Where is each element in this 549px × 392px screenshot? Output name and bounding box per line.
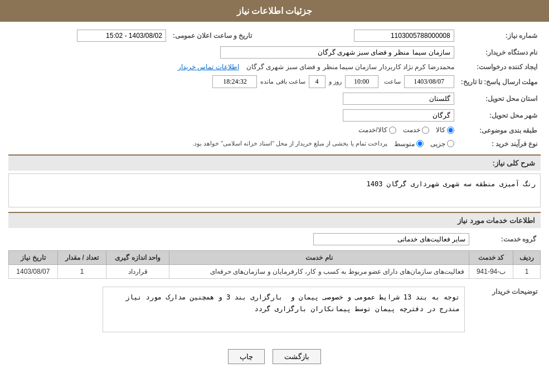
- cell-qty: 1: [57, 264, 106, 278]
- process-label: نوع فرآیند خرید :: [458, 138, 541, 150]
- cell-unit: قرارداد: [106, 264, 169, 278]
- page-header: جزئیات اطلاعات نیاز: [0, 0, 549, 22]
- time-input: [345, 75, 378, 88]
- buyer-notes-textarea[interactable]: [103, 287, 465, 333]
- process-radio-group: جزیی متوسط: [394, 140, 454, 148]
- back-button[interactable]: بازگشت: [273, 349, 321, 364]
- col-row: ردیف: [513, 250, 541, 264]
- cell-row: 1: [513, 264, 541, 278]
- category-label: طبقه بندی موضوعی:: [458, 124, 541, 138]
- col-name: نام خدمت: [169, 250, 469, 264]
- table-row: 1 ب-94-941 فعالیت‌های سازمان‌های دارای ع…: [9, 264, 541, 278]
- services-label: اطلاعات خدمات مورد نیاز: [458, 216, 535, 225]
- days-label: روز و: [329, 78, 342, 85]
- remaining-label: ساعت باقی مانده: [260, 78, 305, 85]
- days-input: [309, 75, 325, 88]
- creator-link[interactable]: اطلاعات تماس خریدار: [178, 63, 239, 71]
- date-input: [404, 75, 454, 88]
- general-desc-wrapper: [8, 173, 541, 207]
- process-jozii-option[interactable]: جزیی: [430, 140, 454, 148]
- province-input[interactable]: [343, 93, 454, 105]
- announce-date-label: تاریخ و ساعت اعلان عمومی:: [169, 27, 255, 44]
- process-note: پرداخت تمام یا بخشی از مبلغ خریدار از مح…: [192, 140, 387, 147]
- cell-date: 1403/08/07: [9, 264, 58, 278]
- cell-name: فعالیت‌های سازمان‌های دارای عضو مربوط به…: [169, 264, 469, 278]
- need-number-label: شماره نیاز:: [458, 27, 541, 44]
- creator-label: ایجاد کننده درخواست:: [458, 61, 541, 73]
- category-khedmat-option[interactable]: خدمت: [403, 126, 429, 134]
- category-kala-khedmat-option[interactable]: کالا/خدمت: [358, 126, 396, 134]
- deadline-label: مهلت ارسال پاسخ: تا تاریخ:: [458, 73, 541, 90]
- col-date: تاریخ نیاز: [9, 250, 58, 264]
- category-kala-option[interactable]: کالا: [436, 126, 454, 134]
- announce-date-input[interactable]: [77, 30, 166, 42]
- services-table: ردیف کد خدمت نام خدمت واحد اندازه گیری ت…: [8, 250, 541, 279]
- print-button[interactable]: چاپ: [228, 349, 265, 364]
- category-radio-group: کالا خدمت کالا/خدمت: [358, 126, 454, 134]
- remaining-time-input: [212, 75, 257, 88]
- page-title: جزئیات اطلاعات نیاز: [237, 6, 313, 16]
- general-desc-section-header: شرح کلی نیاز:: [8, 154, 541, 171]
- buyer-org-label: نام دستگاه خریدار:: [458, 44, 541, 61]
- general-desc-label: شرح کلی نیاز:: [492, 159, 535, 167]
- time-label: ساعت: [384, 78, 401, 85]
- buyer-org-input[interactable]: [220, 46, 454, 59]
- buttons-row: بازگشت چاپ: [8, 341, 541, 372]
- creator-value: محمدرضا کرم نژاد کاربردار سازمان سیما من…: [246, 63, 454, 71]
- service-group-label: گروه خدمت:: [474, 231, 541, 248]
- need-number-input[interactable]: [354, 30, 454, 42]
- buyer-notes-label: توضیحات خریدار: [468, 284, 541, 337]
- col-unit: واحد اندازه گیری: [106, 250, 169, 264]
- province-label: استان محل تحویل:: [458, 90, 541, 107]
- city-input[interactable]: [343, 109, 454, 122]
- services-section-header: اطلاعات خدمات مورد نیاز: [8, 212, 541, 228]
- service-group-input[interactable]: [313, 233, 469, 245]
- col-qty: تعداد / مقدار: [57, 250, 106, 264]
- city-label: شهر محل تحویل:: [458, 107, 541, 124]
- cell-code: ب-94-941: [469, 264, 513, 278]
- process-motevaset-option[interactable]: متوسط: [394, 140, 424, 148]
- general-desc-textarea[interactable]: [8, 173, 541, 207]
- col-code: کد خدمت: [469, 250, 513, 264]
